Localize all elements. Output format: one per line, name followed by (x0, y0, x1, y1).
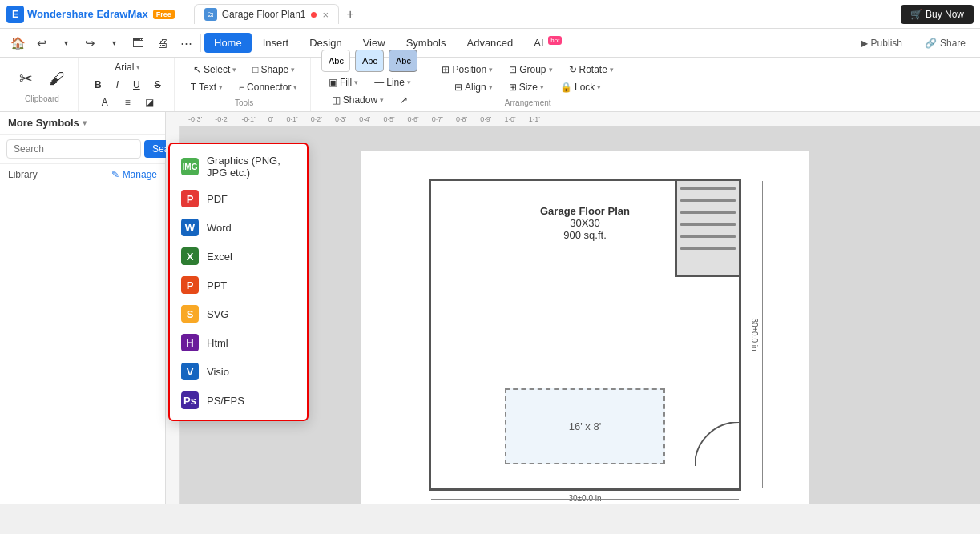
fill-label: Fill (340, 77, 352, 88)
tab-unsaved-dot (311, 12, 317, 18)
cut-btn[interactable]: ✂ (13, 66, 39, 91)
text-chevron: ▾ (219, 83, 223, 91)
menu-advanced[interactable]: Advanced (457, 33, 522, 53)
connector-btn[interactable]: ⌐ Connector ▾ (232, 79, 304, 95)
size-btn[interactable]: ⊞ Size ▾ (502, 79, 550, 95)
dim-side-label: 30±0.0 in (750, 318, 759, 351)
select-btn[interactable]: ↖ Select ▾ (187, 62, 243, 78)
underline-btn[interactable]: U (127, 77, 147, 93)
arrangement-group: ⊞ Position ▾ ⊡ Group ▾ ↻ Rotate ▾ ⊟ Alig… (429, 58, 626, 111)
share-button[interactable]: 🔗 Share (917, 34, 974, 52)
menu-insert[interactable]: Insert (253, 33, 299, 53)
position-btn[interactable]: ⊞ Position ▾ (435, 62, 499, 78)
style-box-1[interactable]: Abc (321, 50, 350, 72)
export-item-visio[interactable]: V Visio (170, 357, 307, 386)
export-item-png[interactable]: IMG Graphics (PNG, JPG etc.) (170, 149, 307, 184)
door-arc-svg (695, 422, 739, 466)
publish-button[interactable]: ▶ Publish (853, 34, 910, 52)
shadow-chevron: ▾ (380, 96, 384, 104)
search-input[interactable] (6, 139, 141, 159)
search-area: Search (0, 135, 165, 164)
door-line-1 (680, 187, 736, 190)
manage-button[interactable]: ✎ Manage (111, 169, 157, 180)
font-selector[interactable]: Arial ▾ (108, 59, 147, 75)
door-line-5 (680, 235, 736, 238)
align-left-btn[interactable]: ≡ (119, 94, 137, 110)
copy-format-btn[interactable]: 🖌 (42, 66, 71, 91)
menu-home[interactable]: Home (204, 33, 252, 53)
home-icon-btn[interactable]: 🏠 (6, 32, 29, 54)
fill-btn[interactable]: ▣ Fill ▾ (322, 74, 365, 90)
italic-btn[interactable]: I (110, 77, 125, 93)
redo-btn[interactable]: ↪ (79, 32, 101, 54)
export-item-ppt[interactable]: P PPT (170, 271, 307, 299)
export-png-icon: IMG (181, 158, 199, 175)
shape-chevron: ▾ (291, 66, 295, 74)
font-color-btn[interactable]: A (95, 94, 117, 110)
buy-now-button[interactable]: 🛒 Buy Now (901, 5, 974, 24)
bold-btn[interactable]: B (88, 77, 108, 93)
strikethrough-btn[interactable]: S (148, 77, 167, 93)
new-tab-button[interactable]: + (341, 5, 360, 24)
align-btn[interactable]: ⊟ Align ▾ (448, 79, 499, 95)
export-item-word[interactable]: W Word (170, 213, 307, 242)
floor-plan-paper[interactable]: Garage Floor Plan 30X30 900 sq.ft. (361, 151, 809, 504)
export-word-icon: W (181, 219, 199, 236)
print-icon[interactable]: 🖨 (151, 32, 173, 54)
word-icon-text: W (185, 222, 195, 234)
redo-dropdown[interactable]: ▾ (103, 32, 125, 54)
pdf-icon-text: P (187, 193, 194, 205)
export-item-pdf[interactable]: P PDF (170, 184, 307, 213)
text-btn[interactable]: T Text ▾ (184, 79, 229, 95)
export-item-excel[interactable]: X Excel (170, 242, 307, 271)
font-group: Arial ▾ B I U S A ≡ ◪ (82, 58, 175, 111)
export-svg-label: SVG (207, 308, 228, 320)
cursor-icon: ↖ (193, 64, 201, 75)
undo-dropdown[interactable]: ▾ (54, 32, 77, 54)
export-item-html[interactable]: H Html (170, 328, 307, 357)
undo-btn[interactable]: ↩ (30, 32, 53, 54)
style-box-3[interactable]: Abc (389, 50, 417, 72)
font-row3: A ≡ ◪ (95, 94, 160, 110)
more-symbols-label: More Symbols (8, 117, 79, 129)
tab-garage-floor-plan[interactable]: 🗂 Garage Floor Plan1 × (194, 4, 339, 24)
export-pdf-label: PDF (207, 193, 228, 205)
select-chevron: ▾ (232, 66, 236, 74)
size-icon: ⊞ (509, 82, 517, 93)
line-btn[interactable]: — Line ▾ (368, 74, 417, 90)
pseps-icon-text: Ps (183, 395, 196, 407)
style-box-2[interactable]: Abc (355, 50, 384, 72)
tab-label: Garage Floor Plan1 (222, 9, 306, 20)
rotate-icon: ↻ (569, 64, 577, 75)
shape-btn[interactable]: □ Shape ▾ (246, 62, 301, 78)
new-window-icon[interactable]: 🗔 (127, 32, 149, 54)
export-item-svg[interactable]: S SVG (170, 299, 307, 328)
shadow-btn[interactable]: ◫ Shadow ▾ (325, 92, 390, 108)
ruler-tick-7: 0·7' (425, 115, 450, 123)
fill-color-row-btn[interactable]: ◪ (139, 94, 160, 110)
group-btn[interactable]: ⊡ Group ▾ (502, 62, 559, 78)
library-area: Library ✎ Manage (0, 164, 165, 185)
group-icon: ⊡ (509, 64, 517, 75)
styles-group: Abc Abc Abc ▣ Fill ▾ — Line ▾ ◫ Shadow ▾ (314, 58, 425, 111)
more-tools-btn[interactable]: ⋯ (175, 32, 197, 54)
menu-bar: 🏠 ↩ ▾ ↪ ▾ 🗔 🖨 ⋯ Home Insert Design View … (0, 29, 980, 58)
export-item-pseps[interactable]: Ps PS/EPS (170, 386, 307, 415)
plan-title-block: Garage Floor Plan 30X30 900 sq.ft. (540, 205, 630, 241)
ruler-tick-3: 0·3' (329, 115, 353, 123)
font-name: Arial (115, 62, 134, 73)
lock-btn[interactable]: 🔒 Lock ▾ (554, 79, 607, 95)
menu-ai[interactable]: AI hot (524, 33, 571, 53)
dashed-room-box: 16' x 8' (505, 388, 665, 464)
size-chevron: ▾ (540, 83, 544, 91)
connector-label: Connector (247, 82, 291, 93)
ribbon: ✂ 🖌 Clipboard Arial ▾ B I U S A ≡ ◪ (0, 58, 980, 112)
lock-label: Lock (575, 82, 595, 93)
styles-expand-btn[interactable]: ↗ (393, 92, 414, 108)
tab-bar: 🗂 Garage Floor Plan1 × + (194, 4, 360, 24)
rotate-btn[interactable]: ↻ Rotate ▾ (563, 62, 620, 78)
ruler-tick-2: 0·2' (304, 115, 329, 123)
clipboard-label: Clipboard (25, 94, 59, 103)
connector-chevron: ▾ (293, 83, 297, 91)
tab-close-icon[interactable]: × (323, 9, 329, 21)
